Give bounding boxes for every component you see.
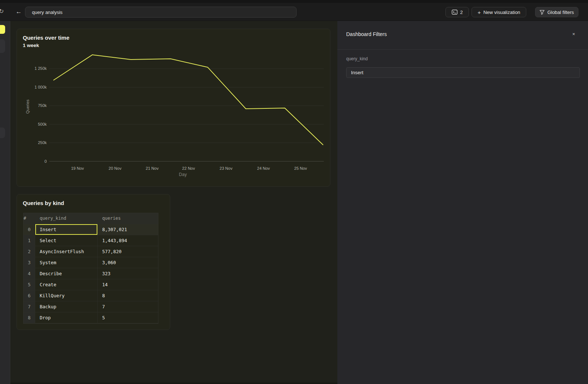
table-cell-query-kind[interactable]: Select [35, 235, 98, 246]
global-filters-label: Global filters [547, 10, 574, 15]
table-header-query-kind: query_kind [35, 213, 98, 224]
table-row-index: 5 [24, 279, 35, 290]
x-tick-label: 20 Nov [109, 166, 122, 171]
table-row-index: 8 [24, 312, 35, 323]
table-cell-queries[interactable]: 7 [98, 301, 158, 312]
table-cell-queries[interactable]: 8,307,021 [98, 224, 158, 235]
table-cell-query-kind[interactable]: Describe [35, 268, 98, 279]
dashboard-title-input[interactable] [25, 7, 297, 18]
y-tick-label: 1 250k [35, 66, 47, 71]
chart-card-queries-over-time: Queries over time 1 week 0250k500k750k1 … [17, 29, 330, 187]
funnel-icon [539, 10, 545, 15]
y-tick-label: 500k [38, 122, 47, 126]
table-cell-queries[interactable]: 3,060 [98, 257, 158, 268]
plus-icon: + [477, 10, 481, 15]
x-tick-label: 25 Nov [294, 166, 307, 171]
table-cell-query-kind[interactable]: KillQuery [35, 290, 98, 301]
query-kind-filter-input[interactable] [346, 67, 580, 78]
table-row-index: 6 [24, 290, 35, 301]
y-tick-label: 0 [44, 159, 47, 164]
table-cell-query-kind[interactable]: System [35, 257, 98, 268]
x-tick-label: 23 Nov [220, 166, 233, 171]
table-row-index: 7 [24, 301, 35, 312]
x-tick-label: 19 Nov [71, 166, 84, 171]
table-cell-queries[interactable]: 5 [98, 312, 158, 323]
new-visualization-label: New visualization [483, 10, 520, 15]
table-header-index: # [24, 213, 35, 224]
left-sidebar [0, 21, 10, 384]
table-cell-query-kind[interactable]: Insert [35, 224, 98, 235]
y-axis-label: Queries [25, 99, 30, 114]
table-row-index: 1 [24, 235, 35, 246]
sidebar-item-button[interactable] [0, 128, 5, 138]
table-cell-query-kind[interactable]: Drop [35, 312, 98, 323]
table-cell-queries[interactable]: 14 [98, 279, 158, 290]
canvas-bottom-edge [10, 383, 337, 384]
table-title: Queries by kind [23, 200, 64, 206]
table-cell-queries[interactable]: 323 [98, 268, 158, 279]
table-cell-query-kind[interactable]: AsyncInsertFlush [35, 246, 98, 257]
table-row-index: 0 [24, 224, 35, 235]
open-tabs-count: 2 [460, 10, 463, 15]
queries-by-kind-table: #query_kindqueries0Insert8,307,0211Selec… [23, 213, 158, 324]
x-tick-label: 21 Nov [146, 166, 159, 171]
table-cell-queries[interactable]: 1,443,894 [98, 235, 158, 246]
dashboard-canvas: Queries over time 1 week 0250k500k750k1 … [10, 21, 337, 384]
back-button[interactable]: ← [14, 7, 24, 17]
console-window-icon [452, 10, 458, 15]
open-tabs-button[interactable]: 2 [445, 7, 469, 17]
table-card-queries-by-kind: Queries by kind #query_kindqueries0Inser… [17, 194, 170, 330]
x-tick-label: 22 Nov [182, 166, 195, 171]
dashboard-filters-panel: Dashboard Filters × query_kind [337, 21, 588, 384]
global-filters-button[interactable]: Global filters [535, 7, 578, 17]
close-icon[interactable]: × [570, 30, 577, 37]
table-cell-queries[interactable]: 577,820 [98, 246, 158, 257]
x-axis-label: Day [179, 172, 187, 177]
y-tick-label: 250k [38, 140, 47, 145]
sidebar-item-button[interactable] [0, 39, 5, 53]
y-tick-label: 1 000k [35, 85, 47, 89]
new-visualization-button[interactable]: + New visualization [472, 7, 526, 17]
divider [337, 49, 588, 50]
sidebar-active-item-button[interactable] [0, 25, 5, 34]
filter-field-label: query_kind [346, 56, 368, 61]
table-row-index: 4 [24, 268, 35, 279]
toolbar: ↻ ← 2 + New visualization Global f [0, 3, 588, 21]
table-cell-query-kind[interactable]: Backup [35, 301, 98, 312]
table-cell-query-kind[interactable]: Create [35, 279, 98, 290]
x-tick-label: 24 Nov [257, 166, 270, 171]
filters-panel-title: Dashboard Filters [346, 31, 387, 37]
history-icon[interactable]: ↻ [0, 8, 4, 15]
table-header-queries: queries [98, 213, 158, 224]
line-chart: 0250k500k750k1 000k1 250k19 Nov20 Nov21 … [17, 29, 330, 186]
app-window: ↻ ← 2 + New visualization Global f [0, 0, 588, 384]
y-tick-label: 750k [38, 103, 47, 108]
table-cell-queries[interactable]: 8 [98, 290, 158, 301]
table-row-index: 3 [24, 257, 35, 268]
queries-line-series [54, 55, 323, 145]
window-top-strip [0, 0, 588, 3]
table-row-index: 2 [24, 246, 35, 257]
